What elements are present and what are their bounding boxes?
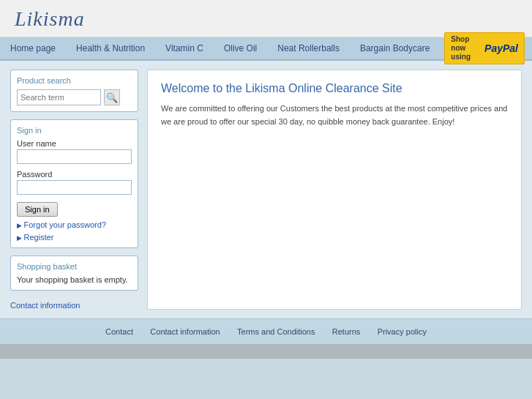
nav-item-olive-oil[interactable]: Olive Oil xyxy=(214,39,267,58)
search-button[interactable]: 🔍 xyxy=(104,89,120,105)
search-icon: 🔍 xyxy=(106,92,118,103)
password-input[interactable] xyxy=(17,180,132,195)
nav-item-bodycare[interactable]: Bargain Bodycare xyxy=(350,39,440,58)
signin-title: Sign in xyxy=(17,126,132,135)
paypal-button[interactable]: Shop nowusing PayPal xyxy=(444,32,525,64)
username-label: User name xyxy=(17,139,132,148)
search-input[interactable] xyxy=(17,89,101,105)
bottom-bar xyxy=(0,344,532,359)
password-label: Password xyxy=(17,170,132,179)
footer: Contact Contact information Terms and Co… xyxy=(0,318,532,344)
welcome-description: We are committed to offering our Custome… xyxy=(161,102,508,128)
welcome-title: Welcome to the Likisma Online Clearance … xyxy=(161,82,508,95)
main-content: Product search 🔍 Sign in User name Passw… xyxy=(0,61,532,318)
nav-inner: Home page Health & Nutrition Vitamin C O… xyxy=(0,32,532,64)
shop-now-label: Shop nowusing xyxy=(451,35,482,61)
footer-contact-info-link[interactable]: Contact information xyxy=(150,327,220,336)
product-search-box: Product search 🔍 xyxy=(10,70,138,112)
sign-in-button[interactable]: Sign in xyxy=(17,202,58,217)
sidebar: Product search 🔍 Sign in User name Passw… xyxy=(10,70,138,310)
basket-empty-message: Your shopping basket is empty. xyxy=(17,275,132,284)
register-link[interactable]: Register xyxy=(17,233,132,242)
welcome-content: Welcome to the Likisma Online Clearance … xyxy=(147,70,522,310)
nav-item-home[interactable]: Home page xyxy=(0,39,66,58)
nav-item-vitamin-c[interactable]: Vitamin C xyxy=(155,39,214,58)
contact-information-link[interactable]: Contact information xyxy=(10,301,138,310)
nav-item-rollerballs[interactable]: Neat Rollerballs xyxy=(267,39,350,58)
nav-item-health[interactable]: Health & Nutrition xyxy=(66,39,155,58)
signin-box: Sign in User name Password Sign in Forgo… xyxy=(10,119,138,248)
shopping-basket-box: Shopping basket Your shopping basket is … xyxy=(10,256,138,291)
basket-title: Shopping basket xyxy=(17,262,132,271)
search-box-title: Product search xyxy=(17,76,132,85)
forgot-password-link[interactable]: Forgot your password? xyxy=(17,220,132,229)
logo: Likisma xyxy=(15,7,517,31)
footer-terms-link[interactable]: Terms and Conditions xyxy=(237,327,315,336)
footer-contact-link[interactable]: Contact xyxy=(105,327,133,336)
footer-privacy-link[interactable]: Privacy policy xyxy=(378,327,427,336)
paypal-logo: PayPal xyxy=(484,42,518,54)
footer-returns-link[interactable]: Returns xyxy=(332,327,361,336)
search-row: 🔍 xyxy=(17,89,132,105)
navigation: Home page Health & Nutrition Vitamin C O… xyxy=(0,37,532,61)
username-input[interactable] xyxy=(17,149,132,164)
